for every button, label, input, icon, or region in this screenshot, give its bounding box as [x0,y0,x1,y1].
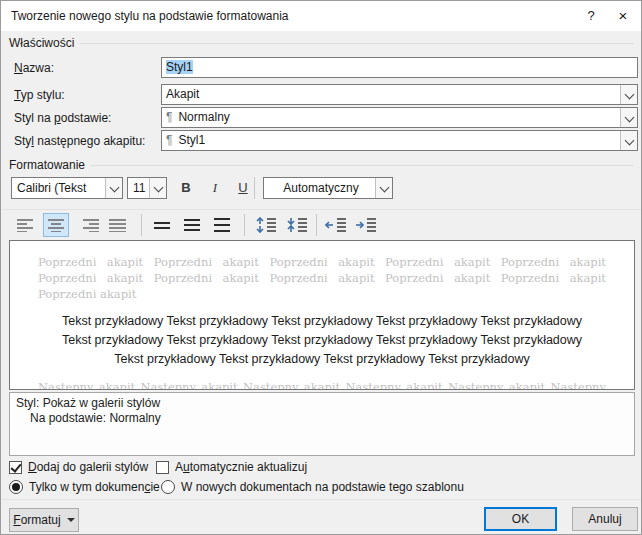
cancel-button[interactable]: Anuluj [572,507,638,531]
titlebar: Tworzenie nowego stylu na podstawie form… [1,1,641,31]
chevron-down-icon[interactable] [105,178,122,198]
increase-indent-button[interactable] [353,213,379,237]
spacing-single-icon [153,217,171,233]
pilcrow-icon: ¶ [166,133,172,147]
single-spacing-button[interactable] [149,213,175,237]
section-divider [80,43,633,44]
new-documents-label: W nowych dokumentach na podstawie tego s… [181,480,464,494]
previous-paragraph-preview: Poprzedni akapit Poprzedni akapit Poprze… [38,254,606,302]
font-color-dropdown[interactable]: Automatyczny [263,177,393,199]
create-style-dialog: Tworzenie nowego stylu na podstawie form… [0,0,642,535]
chevron-down-icon[interactable] [620,85,637,104]
align-left-icon [17,218,35,232]
checkbox-checked-icon[interactable] [9,461,22,474]
style-description-box: Styl: Pokaż w galerii stylów Na podstawi… [9,392,635,456]
align-right-icon [81,218,99,232]
radio-unselected-icon[interactable] [161,480,175,494]
chevron-down-icon[interactable] [620,108,637,127]
chevron-down-icon[interactable] [149,178,166,198]
toolbar-divider [316,214,317,236]
increase-paragraph-spacing-icon [255,217,277,233]
decrease-indent-button[interactable] [323,213,349,237]
only-this-document-radio[interactable]: Tylko w tym dokumencie [9,480,160,494]
ok-button[interactable]: OK [484,507,557,531]
align-center-icon [47,218,65,232]
italic-button[interactable]: I [202,177,228,199]
font-name-dropdown[interactable]: Calibri (Tekst pods [11,177,123,199]
only-this-document-label: Tylko w tym dokumencie [29,480,160,494]
add-to-gallery-label: Dodaj do galerii stylów [28,460,148,474]
decrease-paragraph-spacing-icon [286,217,308,233]
decrease-indent-icon [325,217,347,233]
align-justify-icon [109,218,127,232]
next-style-label: Styl następnego akapitu: [14,134,145,148]
style-description-line1: Styl: Pokaż w galerii stylów [16,396,628,411]
properties-section-label: Właściwości [9,36,74,50]
sample-text-preview: Tekst przykładowy Tekst przykładowy Teks… [50,312,594,369]
style-preview-pane: Poprzedni akapit Poprzedni akapit Poprze… [9,240,635,390]
formatting-section-label: Formatowanie [9,158,85,172]
auto-update-checkbox[interactable]: Automatycznie aktualizuj [156,460,307,474]
align-left-button[interactable] [13,213,39,237]
based-on-label: Styl na podstawie: [14,111,111,125]
spacing-double-icon [213,217,231,233]
new-documents-radio[interactable]: W nowych dokumentach na podstawie tego s… [161,480,464,494]
dialog-title: Tworzenie nowego stylu na podstawie form… [11,1,289,31]
font-size-dropdown[interactable]: 11 [127,177,167,199]
increase-paragraph-spacing-button[interactable] [253,213,279,237]
chevron-down-icon[interactable] [375,178,392,198]
one-point-five-spacing-button[interactable] [179,213,205,237]
align-center-button[interactable] [43,213,69,237]
formatting-section-header: Formatowanie [9,158,633,172]
properties-section-header: Właściwości [9,36,633,50]
decrease-paragraph-spacing-button[interactable] [284,213,310,237]
dropdown-caret-icon [67,518,75,522]
chevron-down-icon[interactable] [620,131,637,150]
checkbox-unchecked-icon[interactable] [156,461,169,474]
style-type-dropdown[interactable]: Akapit [161,84,638,105]
name-label: Nazwa: [14,61,54,75]
toolbar-divider [244,214,245,236]
style-name-input[interactable]: Styl1 [161,57,638,78]
divider-line [1,209,642,210]
toolbar-divider [254,177,255,199]
help-icon[interactable]: ? [575,1,607,31]
toolbar-divider [141,214,142,236]
pilcrow-icon: ¶ [166,110,172,124]
spacing-1-5-icon [183,217,201,233]
based-on-dropdown[interactable]: ¶Normalny [161,107,638,128]
next-paragraph-preview: Następny akapit Następny akapit Następny… [38,379,606,390]
close-icon[interactable]: × [607,1,639,31]
auto-update-label: Automatycznie aktualizuj [175,460,307,474]
format-menu-button[interactable]: Formatuj [9,508,79,532]
increase-indent-icon [355,217,377,233]
underline-button[interactable]: U [230,177,256,199]
double-spacing-button[interactable] [209,213,235,237]
bold-button[interactable]: B [173,177,199,199]
style-type-label: Typ stylu: [14,88,65,102]
align-right-button[interactable] [77,213,103,237]
next-style-dropdown[interactable]: ¶Styl1 [161,130,638,151]
section-divider [91,165,633,166]
selected-text: Styl1 [166,60,193,74]
add-to-gallery-checkbox[interactable]: Dodaj do galerii stylów [9,460,148,474]
radio-selected-icon[interactable] [9,480,23,494]
style-description-line2: Na podstawie: Normalny [16,411,628,426]
align-justify-button[interactable] [105,213,131,237]
footer-divider [1,499,642,500]
